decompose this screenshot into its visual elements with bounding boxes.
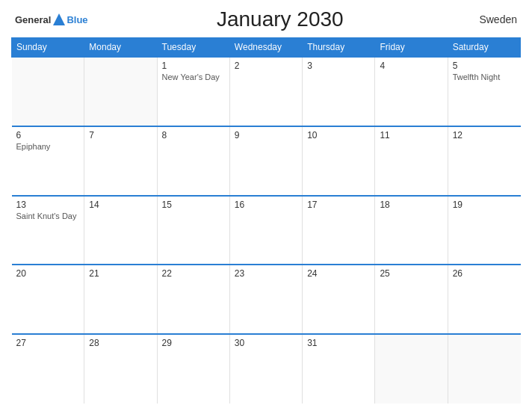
calendar-cell: 10	[303, 126, 375, 196]
calendar-cell	[375, 334, 448, 404]
calendar-cell: 8	[157, 126, 229, 196]
logo-icon	[52, 12, 66, 27]
weekday-wednesday: Wednesday	[229, 38, 302, 58]
calendar-body: 1New Year's Day2345Twelfth Night6Epiphan…	[12, 57, 521, 404]
calendar-cell: 4	[375, 57, 448, 126]
calendar-cell: 24	[303, 265, 375, 334]
country-label: Sweden	[472, 13, 517, 25]
calendar-cell: 3	[303, 57, 375, 126]
calendar-cell: 11	[375, 126, 448, 196]
calendar-cell: 25	[375, 265, 448, 334]
day-number: 4	[380, 61, 442, 71]
day-number: 7	[89, 130, 152, 140]
day-number: 25	[380, 268, 442, 279]
day-number: 27	[16, 338, 80, 348]
day-number: 31	[307, 338, 370, 348]
calendar-cell: 18	[375, 196, 448, 265]
calendar-cell: 5Twelfth Night	[448, 57, 520, 126]
calendar-cell: 12	[448, 126, 520, 196]
day-event: Saint Knut's Day	[16, 211, 80, 220]
calendar-cell: 6Epiphany	[12, 126, 84, 196]
day-number: 20	[16, 268, 80, 279]
day-number: 14	[89, 200, 152, 210]
weekday-header-row: Sunday Monday Tuesday Wednesday Thursday…	[12, 38, 521, 58]
day-number: 5	[453, 61, 516, 71]
day-number: 17	[307, 200, 370, 210]
day-event: Twelfth Night	[453, 72, 516, 81]
day-number: 24	[307, 268, 370, 279]
calendar-week-row: 2728293031	[12, 334, 521, 404]
day-number: 11	[380, 130, 442, 140]
calendar-cell: 7	[84, 126, 157, 196]
day-number: 3	[307, 61, 370, 71]
calendar-cell	[12, 57, 84, 126]
calendar-cell: 30	[229, 334, 302, 404]
calendar-header: General Blue January 2030 Sweden	[11, 7, 521, 31]
day-number: 2	[235, 61, 297, 71]
calendar-cell: 29	[157, 334, 229, 404]
calendar-cell: 1New Year's Day	[157, 57, 229, 126]
calendar-week-row: 20212223242526	[12, 265, 521, 334]
calendar-cell: 21	[84, 265, 157, 334]
day-number: 21	[89, 268, 152, 279]
day-number: 16	[235, 200, 297, 210]
calendar-week-row: 13Saint Knut's Day141516171819	[12, 196, 521, 265]
weekday-saturday: Saturday	[448, 38, 520, 58]
calendar-cell: 20	[12, 265, 84, 334]
calendar-cell: 31	[303, 334, 375, 404]
calendar-week-row: 6Epiphany789101112	[12, 126, 521, 196]
day-event: New Year's Day	[162, 72, 225, 81]
calendar-container: General Blue January 2030 Sweden Sunday …	[0, 0, 532, 411]
calendar-cell: 28	[84, 334, 157, 404]
calendar-cell: 22	[157, 265, 229, 334]
logo-blue-text: Blue	[66, 14, 87, 25]
weekday-tuesday: Tuesday	[157, 38, 229, 58]
calendar-cell: 9	[229, 126, 302, 196]
day-number: 26	[453, 268, 516, 279]
month-title: January 2030	[88, 7, 472, 31]
weekday-thursday: Thursday	[303, 38, 375, 58]
day-number: 9	[235, 130, 297, 140]
calendar-cell: 14	[84, 196, 157, 265]
day-number: 13	[16, 200, 80, 210]
calendar-cell	[84, 57, 157, 126]
calendar-week-row: 1New Year's Day2345Twelfth Night	[12, 57, 521, 126]
day-number: 1	[162, 61, 225, 71]
day-event: Epiphany	[16, 142, 80, 151]
calendar-cell: 15	[157, 196, 229, 265]
day-number: 12	[453, 130, 516, 140]
day-number: 6	[16, 130, 80, 140]
calendar-cell: 19	[448, 196, 520, 265]
day-number: 28	[89, 338, 152, 348]
day-number: 22	[162, 268, 225, 279]
calendar-cell: 23	[229, 265, 302, 334]
calendar-cell: 17	[303, 196, 375, 265]
calendar-cell: 16	[229, 196, 302, 265]
day-number: 10	[307, 130, 370, 140]
weekday-friday: Friday	[375, 38, 448, 58]
day-number: 30	[235, 338, 297, 348]
weekday-monday: Monday	[84, 38, 157, 58]
logo-general-text: General	[15, 14, 51, 25]
day-number: 8	[162, 130, 225, 140]
calendar-cell: 2	[229, 57, 302, 126]
day-number: 18	[380, 200, 442, 210]
calendar-table: Sunday Monday Tuesday Wednesday Thursday…	[11, 37, 521, 404]
day-number: 23	[235, 268, 297, 279]
calendar-cell: 13Saint Knut's Day	[12, 196, 84, 265]
svg-marker-0	[53, 13, 65, 25]
calendar-cell	[448, 334, 520, 404]
weekday-sunday: Sunday	[12, 38, 84, 58]
day-number: 29	[162, 338, 225, 348]
logo: General Blue	[15, 12, 88, 27]
day-number: 19	[453, 200, 516, 210]
day-number: 15	[162, 200, 225, 210]
calendar-cell: 27	[12, 334, 84, 404]
calendar-cell: 26	[448, 265, 520, 334]
